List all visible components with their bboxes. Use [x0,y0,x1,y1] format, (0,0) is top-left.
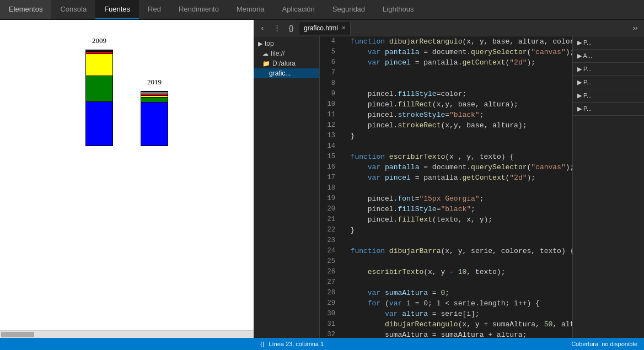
tab-rendimiento[interactable]: Rendimiento [170,0,228,19]
bar-seg-2009-blue [86,101,112,146]
scrollbar-area[interactable] [0,330,254,338]
code-line-20: 20 pincel.fillStyle="black"; [320,204,572,214]
status-coverage: Cobertura: no disponible [571,341,637,347]
code-line-30: 30 var altura = serie[i]; [320,309,572,319]
canvas-area: 2009 2019 [0,20,254,330]
tree-item-folder[interactable]: 📁 D:/alura [254,58,319,68]
expand-pane-icon[interactable]: ›› [629,21,642,35]
code-line-16: 16 var pantalla = document.querySelector… [320,162,572,173]
code-line-31: 31 dibujarRectangulo(x, y + sumaAltura, … [320,319,572,330]
rpanel-item-1[interactable]: ▶ P... [573,36,644,50]
tree-item-grafico-label: grafic... [269,69,291,77]
code-editor[interactable]: 4 function dibujarRectangulo(x, y, base,… [320,36,572,338]
bar-group-2019: 2019 [141,78,168,146]
tab-elementos[interactable]: Elementos [0,0,51,19]
code-line-21: 21 pincel.fillText(texto, x, y); [320,214,572,225]
code-line-22: 22 } [320,225,572,235]
status-left: {} Línea 23, columna 1 [260,341,324,347]
more-options-icon[interactable]: ⋮ [270,21,283,35]
code-line-24: 24 function dibujarBarra(x, y, serie, co… [320,246,572,256]
code-line-7: 7 [320,68,572,78]
file-tree: ▶ top ☁ file:// 📁 D:/alura grafic... [254,36,320,338]
code-line-14: 14 [320,141,572,152]
tree-item-file-label: file:// [271,50,285,57]
code-line-23: 23 [320,235,572,246]
file-tab-close-icon[interactable]: ✕ [341,25,346,31]
code-line-15: 15 function escribirTexto(x , y, texto) … [320,152,572,162]
tab-red[interactable]: Red [139,0,170,19]
code-line-32: 32 sumaAltura = sumaAltura + altura; [320,330,572,338]
folder-icon: 📁 [262,60,270,67]
bar-seg-2019-green [141,97,168,102]
bar-chart: 2009 2019 [85,36,168,146]
code-line-18: 18 [320,183,572,193]
tab-lighthous[interactable]: Lighthous [374,0,422,19]
tab-aplicacion[interactable]: Aplicación [273,0,324,19]
file-tab-name: grafico.html [304,24,338,32]
bar-seg-2009-yellow [86,53,112,76]
code-line-6: 6 var pincel = pantalla.getContext("2d")… [320,57,572,68]
tree-item-top[interactable]: ▶ top [254,39,319,49]
tab-fuentes[interactable]: Fuentes [95,0,139,19]
code-line-27: 27 [320,277,572,288]
tree-item-folder-label: D:/alura [272,60,296,67]
scrollbar-thumb[interactable] [1,332,34,337]
cloud-icon: ☁ [262,50,269,57]
tab-consola[interactable]: Consola [51,0,95,19]
code-line-28: 28 var sumaAltura = 0; [320,288,572,298]
preview-panel: 2009 2019 [0,20,254,338]
bar-seg-2019-blue [141,102,168,146]
triangle-right-icon: ▶ [258,40,262,47]
devtools-subtabs: ‹ ⋮ {} grafico.html ✕ ›› [254,20,644,36]
bar-stack-2019 [141,91,168,146]
format-icon[interactable]: {} [285,21,298,35]
status-line-col: Línea 23, columna 1 [269,341,324,347]
code-line-9: 9 pincel.fillStyle=color; [320,89,572,99]
tab-memoria[interactable]: Memoria [228,0,273,19]
tab-seguridad[interactable]: Seguridad [324,0,374,19]
code-line-25: 25 [320,256,572,267]
code-layout: ▶ top ☁ file:// 📁 D:/alura grafic... [254,36,644,338]
main-layout: 2009 2019 [0,20,644,338]
status-bar: {} Línea 23, columna 1 Cobertura: no dis… [0,338,644,350]
file-tab-grafico[interactable]: grafico.html ✕ [299,21,351,35]
right-panels: ▶ P... ▶ A... ▶ P... ▶ P... ▶ P... ▶ P..… [572,36,644,338]
code-line-19: 19 pincel.font="15px Georgia"; [320,193,572,204]
tree-item-top-label: top [265,40,274,47]
devtools-panel: ‹ ⋮ {} grafico.html ✕ ›› ▶ top ☁ file:// [254,20,644,338]
tree-item-file[interactable]: ☁ file:// [254,49,319,58]
rpanel-item-4[interactable]: ▶ P... [573,76,644,89]
rpanel-item-5[interactable]: ▶ P... [573,89,644,103]
code-line-4: 4 function dibujarRectangulo(x, y, base,… [320,36,572,47]
code-line-17: 17 var pincel = pantalla.getContext("2d"… [320,173,572,183]
bar-seg-2009-green [86,76,112,101]
code-line-29: 29 for (var i = 0; i < serie.length; i++… [320,298,572,309]
code-line-5: 5 var pantalla = document.querySelector(… [320,47,572,57]
code-line-8: 8 [320,78,572,89]
bar-group-2009: 2009 [85,36,113,146]
code-line-13: 13 } [320,131,572,141]
code-line-10: 10 pincel.fillRect(x,y, base, altura); [320,99,572,110]
bar-label-2019: 2019 [147,78,162,87]
devtools-topbar: Elementos Consola Fuentes Red Rendimient… [0,0,644,20]
code-line-11: 11 pincel.strokeStyle="black"; [320,110,572,120]
code-line-12: 12 pincel.strokeRect(x,y, base, altura); [320,120,572,131]
rpanel-item-3[interactable]: ▶ P... [573,63,644,76]
rpanel-item-2[interactable]: ▶ A... [573,50,644,63]
status-brackets-icon: {} [260,341,264,347]
code-line-26: 26 escribirTexto(x, y - 10, texto); [320,267,572,277]
rpanel-item-6[interactable]: ▶ P... [573,103,644,116]
navigate-back-icon[interactable]: ‹ [256,21,269,35]
tree-item-grafico[interactable]: grafic... [254,68,319,78]
bar-stack-2009 [85,50,113,146]
bar-label-2009: 2009 [92,36,106,45]
